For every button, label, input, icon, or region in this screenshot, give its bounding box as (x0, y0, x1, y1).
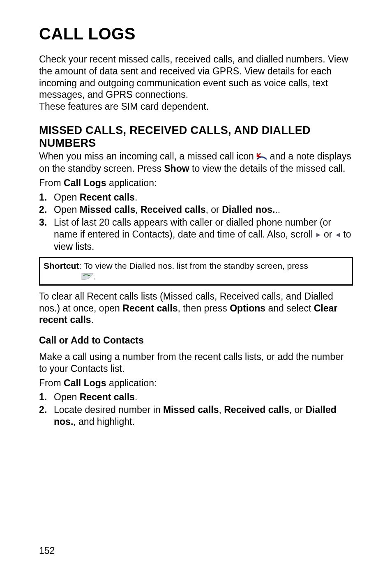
bold: Missed calls (80, 204, 136, 215)
missed-call-icon (256, 151, 267, 163)
bold: Dialled nos. (222, 204, 275, 215)
bold-call-logs: Call Logs (64, 378, 106, 388)
list-item: 1. Open Recent calls. (39, 391, 353, 403)
step-number: 1. (39, 191, 54, 203)
text: to view the details of the missed call. (189, 163, 346, 174)
step-text: List of last 20 calls appears with calle… (54, 217, 353, 253)
text: List of last 20 calls appears with calle… (54, 217, 331, 240)
section1-steps: 1. Open Recent calls. 2. Open Missed cal… (39, 191, 353, 253)
text: , and highlight. (73, 416, 135, 427)
text: .. (275, 204, 280, 215)
svg-marker-1 (336, 233, 340, 237)
intro-paragraph-2: These features are SIM card dependent. (39, 101, 353, 113)
send-key-icon (81, 272, 94, 283)
section2-steps: 1. Open Recent calls. 2. Locate desired … (39, 391, 353, 427)
page-title: CALL LOGS (39, 25, 353, 43)
shortcut-box: Shortcut: To view the Dialled nos. list … (39, 257, 353, 286)
text: or (321, 229, 335, 240)
step-text: Open Missed calls, Received calls, or Di… (54, 204, 353, 216)
text: . (94, 272, 96, 281)
bold: Recent calls (80, 192, 135, 203)
text: . (135, 192, 137, 203)
shortcut-label: Shortcut (44, 261, 79, 270)
bold: Received calls (224, 404, 289, 415)
bold: Recent calls (122, 303, 178, 314)
step-number: 1. (39, 391, 54, 403)
list-item: 1. Open Recent calls. (39, 191, 353, 203)
text: From (39, 178, 64, 188)
text: Open (54, 392, 80, 402)
intro-paragraph-1: Check your recent missed calls, received… (39, 53, 353, 101)
bold-show: Show (164, 163, 189, 174)
svg-marker-0 (316, 233, 321, 237)
text: Locate desired number in (54, 404, 163, 415)
text: , or (206, 204, 222, 215)
text: : To view the Dialled nos. list from the… (79, 261, 308, 270)
bold: Missed calls (163, 404, 219, 415)
bold-call-logs: Call Logs (64, 178, 106, 188)
text: application: (106, 178, 157, 188)
section1-p2: From Call Logs application: (39, 177, 353, 189)
text: , then press (178, 303, 230, 314)
section-heading-missed-calls: MISSED CALLS, RECEIVED CALLS, AND DIALLE… (39, 124, 353, 150)
text: Open (54, 204, 80, 215)
text: Open (54, 192, 80, 203)
section1-clear: To clear all Recent calls lists (Missed … (39, 291, 353, 326)
section2-p2: From Call Logs application: (39, 377, 353, 389)
text: and select (265, 303, 314, 314)
section2-p1: Make a call using a number from the rece… (39, 351, 353, 375)
text: When you miss an incoming call, a missed… (39, 151, 256, 161)
step-text: Locate desired number in Missed calls, R… (54, 404, 353, 428)
text: , (135, 204, 141, 215)
section-heading-call-or-add: Call or Add to Contacts (39, 335, 353, 346)
bold: Received calls (141, 204, 206, 215)
bold: Options (230, 303, 265, 314)
text: . (135, 392, 137, 402)
section1-p1: When you miss an incoming call, a missed… (39, 150, 353, 175)
text: , or (289, 404, 306, 415)
scroll-left-icon (335, 229, 341, 241)
scroll-right-icon (316, 229, 321, 241)
step-number: 2. (39, 404, 54, 428)
page-number: 152 (39, 545, 55, 556)
list-item: 2. Locate desired number in Missed calls… (39, 404, 353, 428)
text: application: (106, 378, 157, 388)
step-number: 3. (39, 217, 54, 253)
text: , (219, 404, 224, 415)
text: . (91, 314, 94, 325)
list-item: 3. List of last 20 calls appears with ca… (39, 217, 353, 253)
list-item: 2. Open Missed calls, Received calls, or… (39, 204, 353, 216)
step-text: Open Recent calls. (54, 191, 353, 203)
step-text: Open Recent calls. (54, 391, 353, 403)
text: From (39, 378, 64, 388)
bold: Recent calls (80, 392, 135, 402)
step-number: 2. (39, 204, 54, 216)
document-page: CALL LOGS Check your recent missed calls… (0, 0, 392, 448)
